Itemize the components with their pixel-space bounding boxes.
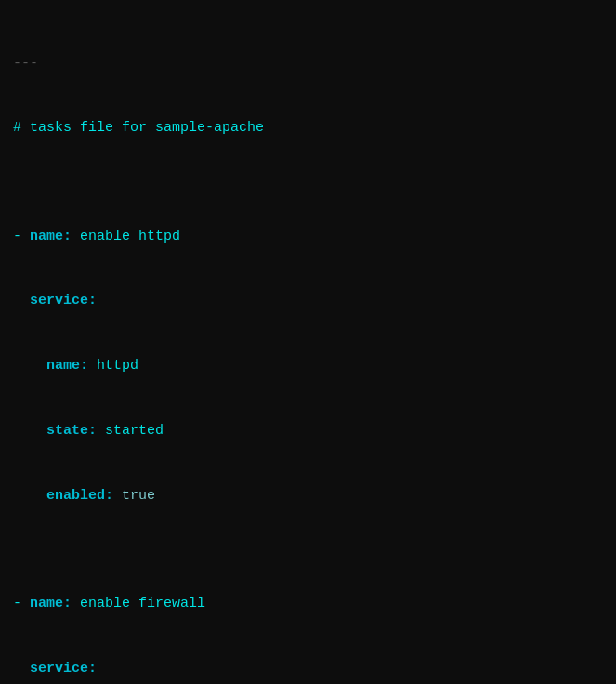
code-editor: --- # tasks file for sample-apache - nam… [13, 9, 603, 684]
block-1-service-name: name: httpd [13, 355, 603, 376]
block-2-service-key: service: [13, 658, 603, 679]
comment-line: # tasks file for sample-apache [13, 117, 603, 138]
block-1-service-state: state: started [13, 420, 603, 441]
block-2-name: - name: enable firewall [13, 593, 603, 614]
block-1-service-enabled: enabled: true [13, 485, 603, 506]
block-1-service-key: service: [13, 290, 603, 311]
block-1-name: - name: enable httpd [13, 226, 603, 247]
separator-line: --- [13, 53, 603, 74]
